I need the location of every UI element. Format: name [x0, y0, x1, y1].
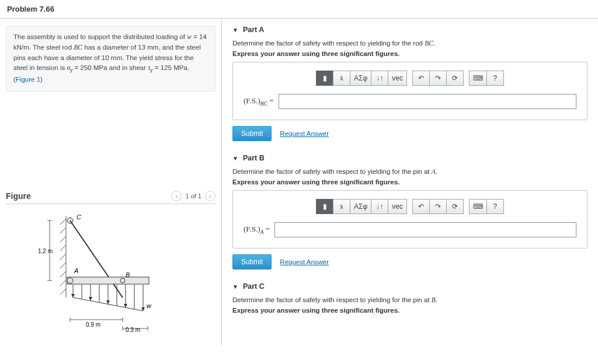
- part-c-header[interactable]: ▼ Part C: [232, 282, 587, 290]
- label-w: w: [147, 302, 152, 309]
- right-column: ▼ Part A Determine the factor of safety …: [222, 19, 598, 346]
- part-a-header[interactable]: ▼ Part A: [232, 26, 587, 34]
- part-b-input-label: (F.S.)A =: [244, 225, 270, 235]
- greek-button[interactable]: ΑΣφ: [350, 71, 371, 86]
- part-b-request-answer-link[interactable]: Request Answer: [280, 258, 329, 265]
- redo-icon[interactable]: ↷: [429, 71, 447, 86]
- fraction-icon[interactable]: x̄: [333, 71, 350, 86]
- redo-icon[interactable]: ↷: [429, 199, 447, 214]
- templates-icon[interactable]: ▮: [316, 71, 333, 86]
- reset-icon[interactable]: ⟳: [446, 199, 464, 214]
- svg-line-1: [60, 219, 66, 225]
- pager-next-button[interactable]: ›: [205, 191, 215, 201]
- help-button[interactable]: ?: [486, 71, 504, 86]
- fraction-icon[interactable]: x̄: [333, 199, 350, 214]
- figure-heading: Figure: [6, 191, 31, 201]
- problem-statement: The assembly is used to support the dist…: [6, 26, 215, 92]
- caret-down-icon: ▼: [232, 27, 238, 33]
- part-b-answer-box: ▮ x̄ ΑΣφ ↓↑ vec ↶ ↷ ⟳ ⌨ ? (F.S.)A =: [232, 190, 587, 249]
- reset-icon[interactable]: ⟳: [446, 71, 464, 86]
- part-a-question: Determine the factor of safety with resp…: [232, 40, 587, 47]
- svg-line-9: [60, 289, 66, 295]
- formula-toolbar: ▮ x̄ ΑΣφ ↓↑ vec ↶ ↷ ⟳ ⌨ ?: [244, 71, 576, 86]
- keyboard-icon[interactable]: ⌨: [469, 71, 487, 86]
- dim-09: 0.9 m: [86, 321, 100, 328]
- svg-line-11: [70, 220, 123, 298]
- help-button[interactable]: ?: [486, 199, 504, 214]
- val-tau: = 125 MPa: [153, 64, 187, 71]
- dim-03: 0.3 m: [126, 327, 140, 332]
- formula-toolbar: ▮ x̄ ΑΣφ ↓↑ vec ↶ ↷ ⟳ ⌨ ?: [244, 199, 576, 214]
- part-c-title: Part C: [243, 282, 265, 290]
- part-b-title: Part B: [243, 154, 265, 162]
- label-a: A: [74, 267, 78, 274]
- caret-down-icon: ▼: [232, 155, 238, 162]
- svg-line-3: [60, 236, 66, 242]
- svg-line-7: [60, 271, 66, 277]
- svg-line-2: [60, 228, 66, 233]
- svg-point-28: [120, 278, 125, 283]
- label-b: B: [126, 271, 130, 278]
- problem-text: The assembly is used to support the dist…: [13, 33, 187, 40]
- part-a-instruction: Express your answer using three signific…: [232, 50, 587, 57]
- figure-pager: ‹ 1 of 1 ›: [171, 191, 215, 201]
- greek-button[interactable]: ΑΣφ: [350, 199, 371, 214]
- part-b-instruction: Express your answer using three signific…: [232, 178, 587, 186]
- undo-icon[interactable]: ↶: [412, 71, 430, 86]
- subscript-icon[interactable]: ↓↑: [371, 199, 388, 214]
- part-a-input-label: (F.S.)BC =: [244, 96, 274, 107]
- part-a-submit-button[interactable]: Submit: [232, 126, 272, 141]
- dim-12: 1.2 m: [38, 248, 53, 254]
- figure-diagram: C A B w 1.2 m 0.9 m 0.3 m: [38, 210, 178, 332]
- svg-line-4: [60, 245, 66, 251]
- svg-marker-24: [89, 297, 92, 300]
- svg-point-13: [67, 278, 73, 284]
- svg-marker-26: [124, 304, 127, 307]
- vec-button[interactable]: vec: [388, 199, 407, 214]
- part-a-request-answer-link[interactable]: Request Answer: [280, 130, 329, 137]
- pager-prev-button[interactable]: ‹: [171, 191, 182, 201]
- keyboard-icon[interactable]: ⌨: [469, 199, 487, 214]
- part-c-instruction: Express your answer using three signific…: [232, 307, 587, 314]
- part-b-answer-input[interactable]: [274, 222, 576, 237]
- part-c-question: Determine the factor of safety with resp…: [232, 296, 587, 303]
- svg-marker-25: [106, 300, 110, 304]
- val-sigma: = 250 MPa: [72, 64, 107, 71]
- pager-text: 1 of 1: [185, 192, 201, 200]
- part-b-submit-button[interactable]: Submit: [232, 254, 272, 270]
- vec-button[interactable]: vec: [388, 71, 407, 86]
- caret-down-icon: ▼: [232, 284, 238, 290]
- rod-bc: BC: [74, 44, 82, 51]
- subscript-icon[interactable]: ↓↑: [371, 71, 388, 86]
- var-w: w: [187, 33, 192, 40]
- svg-marker-23: [71, 294, 75, 298]
- label-c: C: [77, 214, 81, 220]
- problem-text: . The steel rod: [29, 44, 74, 51]
- problem-text: and in shear: [107, 64, 148, 71]
- left-column: The assembly is used to support the dist…: [0, 19, 222, 346]
- svg-line-5: [60, 254, 66, 260]
- part-a-title: Part A: [243, 26, 264, 34]
- svg-line-8: [60, 280, 66, 286]
- part-a-answer-box: ▮ x̄ ΑΣφ ↓↑ vec ↶ ↷ ⟳ ⌨ ? (F.S.)BC =: [232, 62, 587, 120]
- undo-icon[interactable]: ↶: [412, 199, 430, 214]
- figure-link[interactable]: Figure 1: [16, 76, 40, 83]
- svg-line-6: [60, 262, 66, 268]
- svg-rect-12: [67, 277, 149, 284]
- problem-text: ): [40, 76, 43, 83]
- part-a-answer-input[interactable]: [279, 94, 576, 109]
- part-b-header[interactable]: ▼ Part B: [232, 154, 587, 162]
- page-title: Problem 7.66: [0, 0, 598, 19]
- templates-icon[interactable]: ▮: [316, 199, 333, 214]
- part-b-question: Determine the factor of safety with resp…: [232, 168, 587, 175]
